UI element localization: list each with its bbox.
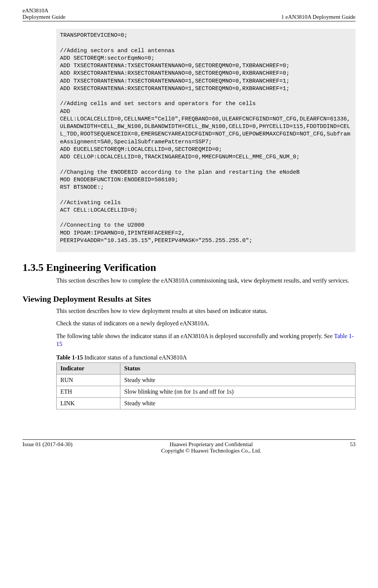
header-product: eAN3810A <box>22 8 66 14</box>
table-caption-number: Table 1-15 <box>56 354 83 361</box>
table-cell: Steady white <box>120 374 356 386</box>
code-block: TRANSPORTDEVICENO=0; //Adding sectors an… <box>56 29 356 252</box>
table-cell: LINK <box>57 397 120 409</box>
page-header: eAN3810A Deployment Guide 1 eAN3810A Dep… <box>22 8 356 21</box>
header-left: eAN3810A Deployment Guide <box>22 8 66 20</box>
table-caption: Table 1-15 Indicator status of a functio… <box>56 354 356 361</box>
table-cell: ETH <box>57 386 120 397</box>
table-header-indicator: Indicator <box>57 362 120 374</box>
table-cell: Slow blinking white (on for 1s and off f… <box>120 386 356 397</box>
footer-issue: Issue 01 (2017-04-30) <box>22 441 72 454</box>
table-row: RUN Steady white <box>57 374 356 386</box>
table-row: ETH Slow blinking white (on for 1s and o… <box>57 386 356 397</box>
footer-proprietary: Huawei Proprietary and Confidential <box>72 441 350 448</box>
subsection-viewing-results: Viewing Deployment Results at Sites <box>22 294 356 304</box>
header-right: 1 eAN3810A Deployment Guide <box>281 14 356 20</box>
table-header-status: Status <box>120 362 356 374</box>
footer-page-number: 53 <box>350 441 356 454</box>
section-intro: This section describes how to complete t… <box>56 277 356 285</box>
viewing-p1: This section describes how to view deplo… <box>56 307 356 315</box>
table-cell: Steady white <box>120 397 356 409</box>
indicator-status-table: Indicator Status RUN Steady white ETH Sl… <box>56 362 356 409</box>
viewing-p2: Check the status of indicators on a newl… <box>56 319 356 328</box>
table-caption-title: Indicator status of a functional eAN3810… <box>83 354 187 361</box>
viewing-p3: The following table shows the indicator … <box>56 332 356 348</box>
footer-copyright: Copyright © Huawei Technologies Co., Ltd… <box>72 448 350 454</box>
viewing-p3-text: The following table shows the indicator … <box>56 333 334 339</box>
table-header-row: Indicator Status <box>57 362 356 374</box>
table-cell: RUN <box>57 374 120 386</box>
header-doc-title: Deployment Guide <box>22 14 66 20</box>
footer-center: Huawei Proprietary and Confidential Copy… <box>72 441 350 454</box>
table-row: LINK Steady white <box>57 397 356 409</box>
page-footer: Issue 01 (2017-04-30) Huawei Proprietary… <box>22 439 356 454</box>
section-heading-1-3-5: 1.3.5 Engineering Verification <box>22 262 356 274</box>
